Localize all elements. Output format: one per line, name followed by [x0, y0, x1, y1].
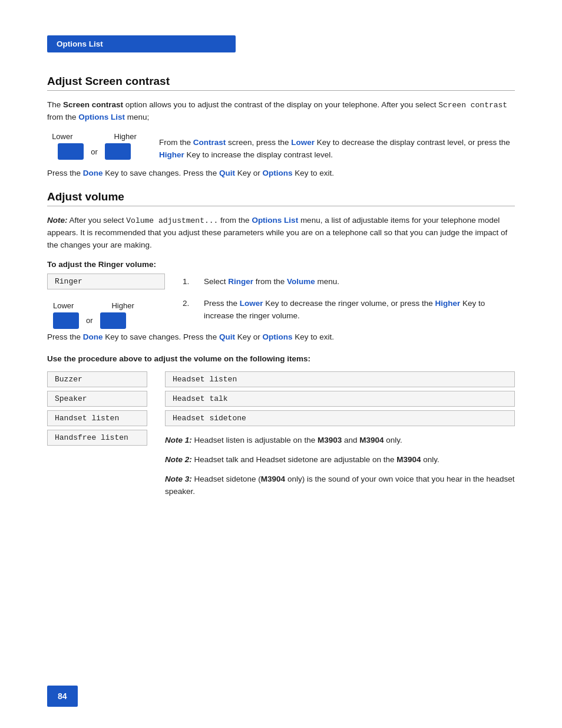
to-adjust-label: To adjust the Ringer volume:: [47, 260, 515, 269]
step1-text: Select Ringer from the Volume menu.: [204, 276, 515, 288]
step1-text3: menu.: [315, 277, 339, 286]
higher-label2: Higher: [111, 301, 134, 310]
ringer-link: Ringer: [228, 277, 253, 286]
section2-title: Adjust volume: [47, 190, 515, 206]
options-list-link1: Options List: [78, 113, 125, 121]
done-line2-1: Press the: [47, 332, 83, 341]
step2-higher-link: Higher: [435, 299, 460, 308]
contrast-desc2: screen, press the: [226, 138, 291, 147]
step2-lower-link: Lower: [240, 299, 263, 308]
quit-link2: Quit: [219, 332, 235, 341]
options-link2: Options: [262, 169, 292, 177]
step2-num: 2.: [183, 298, 193, 308]
note-label: Note:: [47, 216, 68, 225]
done-line2-3: Key or: [235, 332, 263, 341]
options-bar: Options List: [47, 35, 236, 52]
section1-title: Adjust Screen contrast: [47, 75, 515, 91]
options-link3: Options: [262, 332, 292, 341]
contrast-desc4: Key to increase the display contrast lev…: [184, 150, 333, 159]
item-headset-sidetone: Headset sidetone: [165, 410, 515, 426]
higher-key-btn[interactable]: [105, 143, 131, 160]
notes-col: Note 1: Headset listen is adjustable on …: [165, 434, 515, 505]
lower-key-link: Lower: [291, 138, 315, 147]
page-number: 84: [47, 686, 78, 707]
intro3-text: from the: [47, 113, 78, 121]
contrast-key-group: Lower Higher or: [47, 132, 141, 160]
contrast-link: Contrast: [193, 138, 226, 147]
note2-m3904: M3904: [396, 455, 421, 464]
intro4-text: menu;: [125, 113, 149, 121]
note1-m3904: M3904: [359, 436, 384, 444]
done-line-2: Key to save changes. Press the: [103, 169, 219, 177]
intro1-text: The: [47, 100, 63, 109]
screen-contrast-mono: Screen contrast: [438, 101, 507, 110]
volume-steps: Ringer Lower Higher or: [47, 274, 515, 329]
item-handset-listen: Handset listen: [47, 410, 147, 426]
use-procedure-label: Use the procedure above to adjust the vo…: [47, 354, 515, 363]
volume-lower-key-btn[interactable]: [53, 312, 79, 329]
note3-block: Note 3: Headset sidetone (M3904 only) is…: [165, 473, 515, 498]
section-adjust-contrast: Adjust Screen contrast The Screen contra…: [47, 75, 515, 177]
contrast-desc1: From the: [159, 138, 193, 147]
note-text2: from the: [218, 216, 252, 225]
volume-mono: Volume adjustment...: [126, 216, 218, 225]
section2-note: Note: After you select Volume adjustment…: [47, 215, 515, 252]
section-adjust-volume: Adjust volume Note: After you select Vol…: [47, 190, 515, 505]
done-link2: Done: [83, 332, 103, 341]
section2-done-line: Press the Done Key to save changes. Pres…: [47, 332, 515, 341]
volume-keys-row: or: [53, 312, 126, 329]
contrast-desc3: Key to decrease the display contrast lev…: [315, 138, 510, 147]
step1-text1: Select: [204, 277, 228, 286]
note2-block: Note 2: Headset talk and Headset sideton…: [165, 454, 515, 466]
note-text1: After you select: [68, 216, 127, 225]
item-headset-talk: Headset talk: [165, 391, 515, 407]
note1-text1: Headset listen is adjustable on the: [192, 436, 318, 444]
step2-text2: Key to decrease the ringer volume, or pr…: [263, 299, 435, 308]
section1-done-line: Press the Done Key to save changes. Pres…: [47, 169, 515, 177]
items-right-col: Headset listen Headset talk Headset side…: [165, 371, 515, 426]
or-text: or: [91, 147, 98, 156]
intro2-text: option allows you to adjust the contrast…: [123, 100, 438, 109]
done-line2-4: Key to exit.: [292, 332, 334, 341]
note3-text1: Headset sidetone (: [192, 475, 261, 483]
keys-row: or: [58, 143, 131, 160]
note1-text3: only.: [384, 436, 402, 444]
page: Options List Adjust Screen contrast The …: [0, 0, 562, 728]
note1-text2: and: [342, 436, 359, 444]
step2-text: Press the Lower Key to decrease the ring…: [204, 298, 515, 322]
note2-text1: Headset talk and Headset sidetone are ad…: [192, 455, 397, 464]
note1-label: Note 1:: [165, 436, 192, 444]
items-right-and-notes: Headset listen Headset talk Headset side…: [165, 371, 515, 505]
key-labels-row: Lower Higher: [52, 132, 137, 141]
done-line-3: Key or: [235, 169, 263, 177]
step1-row: 1. Select Ringer from the Volume menu.: [183, 276, 515, 288]
ringer-box: Ringer: [47, 274, 165, 289]
done-line-1: Press the: [47, 169, 83, 177]
item-speaker: Speaker: [47, 391, 147, 407]
higher-label: Higher: [114, 132, 137, 141]
screen-contrast-bold: Screen contrast: [63, 100, 123, 109]
step2-row: 2. Press the Lower Key to decrease the r…: [183, 298, 515, 322]
note2-text2: only.: [421, 455, 439, 464]
adjustable-items: Buzzer Speaker Handset listen Handsfree …: [47, 371, 515, 505]
item-handsfree-listen: Handsfree listen: [47, 430, 147, 446]
note1-m3903: M3903: [318, 436, 342, 444]
done-line2-2: Key to save changes. Press the: [103, 332, 219, 341]
done-line-4: Key to exit.: [292, 169, 334, 177]
note2-label: Note 2:: [165, 455, 192, 464]
lower-label2: Lower: [53, 301, 74, 310]
item-headset-listen: Headset listen: [165, 371, 515, 387]
done-link1: Done: [83, 169, 103, 177]
section1-intro: The Screen contrast option allows you to…: [47, 99, 515, 124]
or-text2: or: [86, 316, 93, 325]
volume-left-col: Ringer Lower Higher or: [47, 274, 165, 329]
options-bar-label: Options List: [57, 39, 103, 48]
options-list-link2: Options List: [252, 216, 298, 225]
steps-col: 1. Select Ringer from the Volume menu. 2…: [183, 274, 515, 322]
lower-key-btn[interactable]: [58, 143, 84, 160]
volume-higher-key-btn[interactable]: [100, 312, 126, 329]
item-buzzer: Buzzer: [47, 371, 147, 387]
note1-block: Note 1: Headset listen is adjustable on …: [165, 434, 515, 447]
step2-text1: Press the: [204, 299, 240, 308]
step1-text2: from the: [253, 277, 287, 286]
